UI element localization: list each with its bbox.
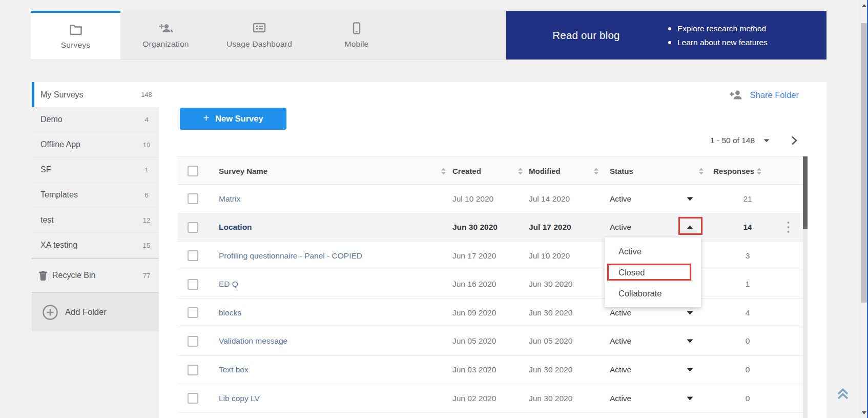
window-scrollbar-thumb[interactable]: [861, 23, 867, 303]
sort-icon-modified[interactable]: [593, 168, 599, 175]
sidebar-item-templates[interactable]: Templates6: [32, 183, 159, 208]
share-folder-label: Share Folder: [750, 90, 799, 100]
modified-date: Jun 30 2020: [529, 298, 572, 327]
modified-date: Jul 17 2020: [529, 213, 571, 242]
table-row-ed-q: ED QJun 16 2020Jun 30 2020Active1: [178, 270, 803, 299]
table-scrollbar[interactable]: [803, 156, 808, 418]
pagination-next-icon[interactable]: [791, 135, 798, 146]
folder-label: Templates: [40, 190, 78, 200]
tab-surveys-label: Surveys: [61, 41, 90, 50]
window-scrollbar[interactable]: [860, 0, 867, 418]
recycle-bin-count: 77: [137, 272, 156, 280]
row-checkbox[interactable]: [188, 336, 198, 347]
table-row-text-box: Text boxJun 03 2020Jun 30 2020Active0: [178, 356, 803, 385]
status-caret-down-icon[interactable]: [682, 185, 697, 213]
scrollbar-up-arrow-icon[interactable]: [861, 3, 867, 8]
scrollbar-down-arrow-icon[interactable]: [861, 410, 867, 415]
folder-label: SF: [40, 165, 51, 174]
table-row-blocks: blocksJun 09 2020Jun 30 2020Active4: [178, 298, 803, 327]
pagination-range-label: 1 - 50 of 148: [710, 136, 755, 145]
blog-banner[interactable]: Read our blog Explore research method Le…: [506, 11, 826, 59]
tab-surveys[interactable]: Surveys: [31, 11, 120, 59]
sidebar-item-xa-testing[interactable]: XA testing15: [32, 233, 159, 258]
responses-count: 21: [732, 185, 763, 213]
column-header-created[interactable]: Created: [452, 157, 481, 185]
responses-count: 0: [732, 384, 763, 412]
new-survey-button[interactable]: + New Survey: [180, 108, 286, 130]
sidebar-item-recycle-bin[interactable]: Recycle Bin 77: [32, 259, 159, 292]
select-all-checkbox[interactable]: [188, 166, 198, 176]
survey-name-link[interactable]: Profiling questionnaire - Panel - COPIED: [219, 242, 362, 270]
sort-icon-created[interactable]: [518, 168, 523, 175]
sidebar-item-demo[interactable]: Demo4: [32, 107, 159, 132]
folder-icon: [69, 23, 82, 36]
row-checkbox[interactable]: [188, 222, 198, 233]
main-panel: Share Folder + New Survey 1 - 50 of 148 …: [159, 82, 826, 418]
recycle-bin-label: Recycle Bin: [52, 271, 95, 280]
sidebar-item-my-surveys[interactable]: My Surveys148: [32, 82, 159, 107]
column-header-modified[interactable]: Modified: [529, 157, 561, 185]
survey-name-link[interactable]: Text box: [219, 356, 249, 384]
sidebar-item-sf[interactable]: SF1: [32, 157, 159, 183]
share-folder-button[interactable]: Share Folder: [729, 88, 799, 102]
sort-icon-responses[interactable]: [756, 168, 762, 175]
column-header-survey-name[interactable]: Survey Name: [219, 157, 267, 185]
row-menu-kebab-icon[interactable]: [780, 213, 796, 242]
survey-name-link[interactable]: blocks: [219, 298, 241, 327]
status-caret-down-icon[interactable]: [682, 356, 697, 384]
sidebar-item-test[interactable]: test12: [32, 208, 159, 233]
survey-name-link[interactable]: Location: [219, 213, 252, 242]
created-date: Jun 02 2020: [452, 384, 496, 412]
survey-name-link[interactable]: Matrix: [219, 185, 240, 213]
column-header-responses[interactable]: Responses: [713, 157, 754, 185]
created-date: Jun 09 2020: [452, 298, 496, 327]
responses-count: 3: [732, 242, 763, 270]
scroll-to-top-button[interactable]: [835, 386, 851, 403]
responses-count: 0: [732, 327, 763, 355]
row-checkbox[interactable]: [188, 365, 198, 375]
folder-label: test: [40, 215, 54, 225]
folder-label: Offline App: [40, 140, 80, 149]
survey-name-link[interactable]: Validation message: [219, 327, 287, 355]
status-value: Active: [610, 384, 631, 412]
status-option-active[interactable]: Active: [605, 241, 701, 262]
table-row-matrix: MatrixJul 10 2020Jul 14 2020Active21: [178, 185, 803, 213]
annotation-box-closed-option: [607, 264, 691, 281]
created-date: Jun 03 2020: [452, 356, 496, 384]
row-checkbox[interactable]: [188, 393, 198, 404]
row-checkbox[interactable]: [188, 193, 198, 204]
sidebar-item-offline-app[interactable]: Offline App10: [32, 132, 159, 157]
blog-banner-list: Explore research method Learn about new …: [666, 22, 768, 49]
plus-circle-icon: [42, 304, 58, 321]
survey-name-link[interactable]: ED Q: [219, 270, 238, 298]
table-scrollbar-thumb[interactable]: [803, 156, 808, 229]
sort-icon-status[interactable]: [698, 168, 704, 175]
sidebar-footer: [32, 331, 159, 418]
status-caret-down-icon[interactable]: [682, 327, 697, 355]
add-folder-button[interactable]: Add Folder: [32, 292, 159, 331]
status-value: Active: [610, 327, 631, 355]
row-checkbox[interactable]: [188, 250, 198, 261]
row-checkbox[interactable]: [188, 307, 198, 318]
tab-usage-dashboard-label: Usage Dashboard: [226, 39, 292, 49]
column-header-status[interactable]: Status: [610, 157, 633, 185]
sort-icon-survey-name[interactable]: [441, 168, 446, 175]
status-caret-down-icon[interactable]: [682, 384, 697, 412]
status-option-collaborate[interactable]: Collaborate: [605, 283, 701, 304]
folder-label: My Surveys: [40, 90, 84, 99]
blog-banner-title: Read our blog: [506, 29, 666, 42]
folder-list: My Surveys148Demo4Offline App10SF1Templa…: [32, 82, 159, 258]
modified-date: Jul 14 2020: [529, 185, 570, 213]
responses-count: 4: [732, 298, 763, 327]
tab-organization[interactable]: Organization: [120, 11, 211, 59]
folder-count: 15: [137, 242, 156, 249]
blog-banner-bullet: Explore research method: [666, 22, 768, 35]
folder-count: 12: [137, 216, 156, 224]
pagination-caret-down-icon[interactable]: [763, 138, 770, 143]
status-value: Active: [610, 185, 631, 213]
tab-mobile[interactable]: Mobile: [307, 11, 406, 59]
survey-name-link[interactable]: Lib copy LV: [219, 384, 260, 412]
row-checkbox[interactable]: [188, 279, 198, 290]
plus-icon: +: [203, 112, 209, 124]
tab-usage-dashboard[interactable]: Usage Dashboard: [211, 11, 307, 59]
